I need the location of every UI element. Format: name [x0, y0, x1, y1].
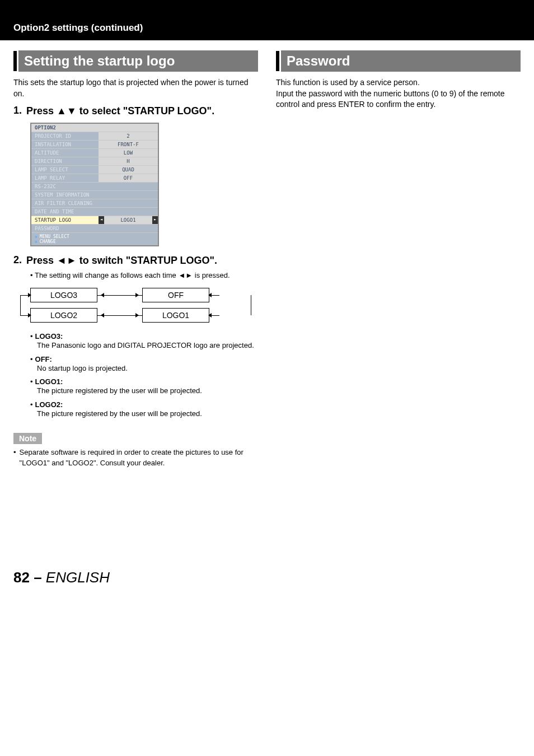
osd-label: STARTUP LOGO — [31, 216, 99, 224]
page-footer: 82 – ENGLISH — [0, 569, 534, 600]
flow-box-logo1: LOGO1 — [142, 308, 209, 323]
password-p1: This function is used by a service perso… — [276, 77, 521, 88]
step-2-text: Press ◄► to switch "STARTUP LOGO". — [26, 254, 217, 267]
osd-row-altitude: ALTITUDE LOW — [31, 148, 158, 157]
step-1: 1. Press ▲▼ to select "STARTUP LOGO". — [13, 105, 258, 118]
desc-body: The picture registered by the user will … — [37, 386, 258, 396]
step-2: 2. Press ◄► to switch "STARTUP LOGO". — [13, 254, 258, 267]
osd-value: 2 — [99, 132, 158, 140]
header-top-spacer — [0, 0, 534, 18]
note-label: Note — [13, 433, 42, 444]
password-p2: Input the password with the numeric butt… — [276, 88, 521, 110]
desc-title: LOGO1: — [35, 377, 63, 386]
description-list: •LOGO3: The Panasonic logo and DIGITAL P… — [30, 332, 258, 418]
step-1-text: Press ▲▼ to select "STARTUP LOGO". — [26, 105, 214, 118]
osd-row-lamp-relay: LAMP RELAY OFF — [31, 174, 158, 182]
flow-bidir-arrow — [97, 315, 142, 316]
accent-bar — [276, 51, 279, 71]
diamond-icon: ◆ — [35, 234, 38, 239]
osd-label: LAMP SELECT — [31, 166, 99, 174]
desc-body: The Panasonic logo and DIGITAL PROJECTOR… — [37, 340, 258, 351]
desc-logo2: •LOGO2: The picture registered by the us… — [30, 400, 258, 419]
desc-logo1: •LOGO1: The picture registered by the us… — [30, 377, 258, 396]
osd-label: ALTITUDE — [31, 149, 99, 157]
osd-row-direction: DIRECTION H — [31, 157, 158, 165]
osd-label: INSTALLATION — [31, 141, 99, 148]
arrow-left-icon: ◄ — [99, 216, 104, 224]
osd-active-value: LOGO1 — [120, 217, 135, 223]
osd-row-date-time: DATE AND TIME — [31, 207, 158, 216]
osd-value: OFF — [99, 174, 158, 182]
desc-logo3: •LOGO3: The Panasonic logo and DIGITAL P… — [30, 332, 258, 351]
osd-label: LAMP RELAY — [31, 174, 99, 182]
desc-off: •OFF: No startup logo is projected. — [30, 355, 258, 374]
desc-body: The picture registered by the user will … — [37, 409, 258, 419]
osd-footer-2: CHANGE — [40, 239, 56, 244]
diamond-icon: ◆ — [35, 239, 38, 244]
page-number: 82 — [13, 569, 30, 586]
flow-bidir-arrow — [97, 295, 142, 296]
desc-title: LOGO3: — [35, 332, 63, 340]
accent-bar — [13, 51, 17, 71]
step-1-number: 1. — [13, 105, 22, 116]
osd-row-rs232c: RS-232C — [31, 182, 158, 190]
osd-value: ◄ LOGO1 ► — [99, 216, 158, 224]
osd-row-system-info: SYSTEM INFORMATION — [31, 190, 158, 199]
desc-body: No startup logo is projected. — [37, 363, 258, 374]
flow-diagram: LOGO3 OFF LOGO2 LOGO1 — [13, 285, 258, 325]
osd-value: H — [99, 157, 158, 165]
note-body: Separate software is required in order t… — [20, 447, 252, 468]
osd-value: QUAD — [99, 166, 158, 174]
osd-row-installation: INSTALLATION FRONT-F — [31, 140, 158, 148]
section-title-bar-right: Password — [276, 50, 521, 72]
flow-right-connector — [251, 295, 251, 315]
step-2-number: 2. — [13, 254, 22, 266]
page-language: ENGLISH — [46, 569, 110, 586]
osd-row-air-filter: AIR FILTER CLEANING — [31, 199, 158, 207]
flow-box-logo2: LOGO2 — [30, 308, 97, 323]
step-2-bullet: • The setting will change as follows eac… — [30, 270, 258, 281]
lead-text: This sets the startup logo that is proje… — [13, 77, 258, 99]
flow-edge — [209, 285, 226, 305]
flow-edge — [13, 285, 30, 305]
osd-menu-panel: OPTION2 PROJECTOR ID 2 INSTALLATION FRON… — [30, 123, 159, 246]
section-title-password: Password — [281, 50, 521, 72]
arrow-right-icon: ► — [152, 216, 158, 224]
osd-menu-header: OPTION2 — [31, 124, 158, 132]
section-title-startup-logo: Setting the startup logo — [18, 50, 258, 72]
footer-sep: – — [30, 569, 46, 586]
flow-box-logo3: LOGO3 — [30, 288, 97, 302]
osd-footer-1: MENU SELECT — [40, 234, 69, 239]
osd-label: PROJECTOR ID — [31, 132, 99, 140]
osd-row-startup-logo: STARTUP LOGO ◄ LOGO1 ► — [31, 216, 158, 224]
osd-row-password: PASSWORD — [31, 224, 158, 232]
step-2-bullet-text: The setting will change as follows each … — [35, 271, 230, 279]
flow-edge — [209, 305, 226, 325]
breadcrumb: Option2 settings (continued) — [0, 18, 534, 40]
flow-edge — [13, 305, 30, 325]
osd-label: DIRECTION — [31, 157, 99, 165]
osd-value: LOW — [99, 149, 158, 157]
osd-value: FRONT-F — [99, 141, 158, 148]
flow-box-off: OFF — [142, 288, 209, 302]
desc-title: OFF: — [35, 355, 52, 363]
osd-row-lamp-select: LAMP SELECT QUAD — [31, 165, 158, 174]
osd-footer: ◆MENU SELECT ◆CHANGE — [31, 232, 158, 245]
note-text: • Separate software is required in order… — [13, 447, 252, 468]
section-title-bar-left: Setting the startup logo — [13, 50, 258, 72]
osd-row-projector-id: PROJECTOR ID 2 — [31, 132, 158, 140]
desc-title: LOGO2: — [35, 400, 63, 409]
